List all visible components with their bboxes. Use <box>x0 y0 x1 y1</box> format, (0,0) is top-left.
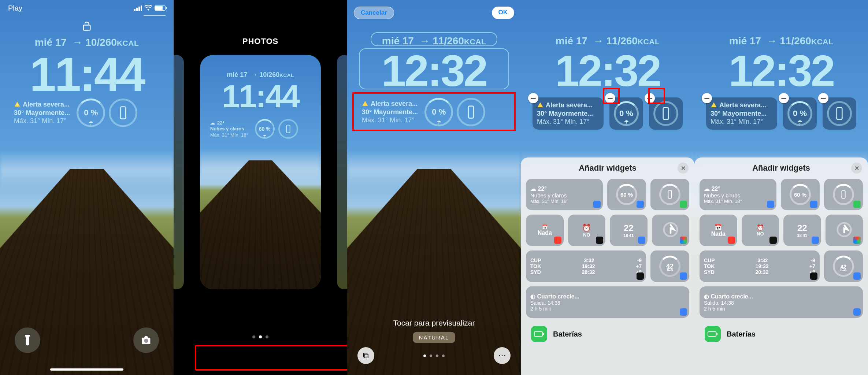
alert-icon <box>537 102 544 108</box>
svg-rect-8 <box>543 333 544 335</box>
add-widgets-sheet: Añadir widgets ✕ ☁ 22° Nubes y claros Má… <box>694 157 868 375</box>
rain-chip[interactable]: 0 %☂ <box>609 97 643 130</box>
close-sheet-button[interactable]: ✕ <box>851 163 862 174</box>
battery-chip[interactable] <box>823 97 856 130</box>
photo-shuffle-button[interactable]: ⧉ <box>357 347 374 364</box>
suggest-activity[interactable] <box>652 215 690 246</box>
umbrella-icon: ☂ <box>89 120 93 126</box>
wallpaper-gallery-panel: PHOTOS mié 17 → 10/260KCAL 11:44 ☁ 22° N… <box>174 0 347 375</box>
preview-widgets: ☁ 22° Nubes y claros Máx. 31° Mín. 18° 6… <box>203 115 318 143</box>
suggest-calendar[interactable]: 📅 Nada <box>526 215 564 246</box>
more-button[interactable]: ⋯ <box>494 347 511 364</box>
gallery-page-dots <box>252 335 268 338</box>
weather-chip[interactable]: Alerta severa... 30° Mayormente... Máx. … <box>533 97 604 130</box>
suggest-aqi[interactable]: 42ICA <box>824 250 863 282</box>
svg-point-1 <box>144 339 148 343</box>
battery-chip[interactable] <box>649 97 683 130</box>
remove-battery[interactable] <box>645 93 655 103</box>
suggest-alarm[interactable]: ⏰ NO <box>568 215 606 246</box>
kcal-value: 10/260 <box>85 37 117 48</box>
wifi-icon <box>144 5 152 11</box>
remove-weather[interactable] <box>528 93 538 103</box>
status-underline <box>144 15 166 16</box>
ok-button[interactable]: OK <box>492 7 515 19</box>
svg-rect-2 <box>286 125 290 133</box>
suggest-moon[interactable]: ◐ Cuarto crecie... Salida: 14:38 2 h 5 m… <box>526 286 689 318</box>
gallery-preview[interactable]: mié 17 → 10/260KCAL 11:44 ☁ 22° Nubes y … <box>200 55 321 289</box>
widget-strip[interactable]: Alerta severa... 30° Mayormente... Máx. … <box>355 94 513 130</box>
edit-page-dots <box>423 354 445 357</box>
app-batteries-row[interactable]: Baterías <box>526 322 689 346</box>
edit-bottombar: ⧉ ⋯ <box>347 347 521 364</box>
suggest-worldclock[interactable]: CUP3:32-9 TOK19:32+7 SYD20:32+8 <box>526 250 646 282</box>
batteries-label: Baterías <box>553 330 582 338</box>
carrier-label: Play <box>8 4 22 12</box>
suggest-rain[interactable]: 60 % <box>607 179 646 210</box>
gallery-prev[interactable] <box>174 55 184 289</box>
phone-icon <box>119 106 127 120</box>
suggest-weather[interactable]: ☁ 22° Nubes y claros Máx. 31° Mín. 18° <box>700 179 776 210</box>
weather-line: 30° Mayormente... <box>14 109 70 117</box>
svg-rect-7 <box>534 331 542 336</box>
remove-battery[interactable] <box>818 93 828 103</box>
rain-widget[interactable]: 0 % ☂ <box>77 98 105 127</box>
clock-time: 12:32 <box>521 45 694 96</box>
app-batteries-row[interactable]: Baterías <box>700 322 863 346</box>
clock-time: 11:44 <box>0 47 174 102</box>
suggest-moon[interactable]: ◐ Cuarto crecie... Salida: 14:38 2 h 5 m… <box>700 286 863 318</box>
remove-rain[interactable] <box>605 93 615 103</box>
camera-icon <box>140 334 152 346</box>
svg-rect-10 <box>842 191 845 198</box>
filter-label[interactable]: NATURAL <box>413 332 455 343</box>
alert-icon <box>362 100 368 107</box>
svg-rect-4 <box>663 108 669 120</box>
unlock-icon <box>0 21 174 33</box>
widget-suggestions: ☁ 22° Nubes y claros Máx. 31° Mín. 18° 6… <box>521 179 694 346</box>
gallery-next[interactable] <box>337 55 347 289</box>
suggest-battery[interactable] <box>650 179 689 210</box>
status-right <box>134 5 166 11</box>
preview-clock: 11:44 <box>200 78 321 115</box>
suggest-worldclock[interactable]: CUP3:32-9 TOK19:32+7 SYD20:32+8 <box>700 250 820 282</box>
suggest-rain[interactable]: 60 % <box>781 179 820 210</box>
suggest-weather-temp[interactable]: 2218 41 <box>610 215 648 246</box>
widget-strip-edit: Alerta severa... 30° Mayormente... Máx. … <box>528 94 687 133</box>
add-widgets-sheet: Añadir widgets ✕ ☁ 22° Nubes y claros Má… <box>521 157 694 375</box>
sheet-title: Añadir widgets <box>579 163 637 173</box>
home-indicator[interactable] <box>50 368 123 371</box>
battery-icon <box>155 5 166 11</box>
camera-button[interactable] <box>133 327 159 353</box>
close-sheet-button[interactable]: ✕ <box>678 163 689 174</box>
edit-topbar: Cancelar OK <box>347 7 521 19</box>
svg-rect-5 <box>668 191 671 198</box>
cancel-button[interactable]: Cancelar <box>354 7 394 19</box>
lockscreen-edit-panel: Cancelar OK mié 17 → 11/260KCAL 12:32 Al… <box>347 0 521 375</box>
suggest-weather-temp[interactable]: 2218 41 <box>783 215 821 246</box>
gallery-category: PHOTOS <box>174 37 347 46</box>
weather-widget[interactable]: Alerta severa... 30° Mayormente... Máx. … <box>11 98 73 127</box>
suggest-alarm[interactable]: ⏰NO <box>742 215 779 246</box>
remove-rain[interactable] <box>779 93 789 103</box>
personalize-button[interactable]: Personalizar <box>204 348 295 368</box>
add-wallpaper-button[interactable]: + <box>314 348 334 368</box>
kcal-unit: KCAL <box>117 39 139 47</box>
svg-rect-12 <box>708 331 716 336</box>
date-label: mié 17 <box>35 37 67 48</box>
suggest-weather[interactable]: ☁ 22° Nubes y claros Máx. 31° Mín. 18° <box>526 179 603 210</box>
battery-widget[interactable] <box>109 98 137 127</box>
sheet-title: Añadir widgets <box>752 163 810 173</box>
widget-edit-panel-highlighted: mié 17 → 11/260KCAL 12:32 Alerta severa.… <box>521 0 694 375</box>
signal-icon <box>134 5 142 11</box>
svg-rect-0 <box>120 107 126 119</box>
clock-time: 12:32 <box>347 45 521 96</box>
suggest-activity[interactable] <box>826 215 863 246</box>
weather-chip[interactable]: Alerta severa... 30° Mayormente... Máx. … <box>706 97 777 130</box>
widget-edit-panel: mié 17 → 11/260KCAL 12:32 Alerta severa.… <box>694 0 868 375</box>
flashlight-button[interactable] <box>15 327 40 353</box>
rain-chip[interactable]: 0 %☂ <box>783 97 817 130</box>
remove-weather[interactable] <box>702 93 712 103</box>
suggest-battery[interactable] <box>824 179 863 210</box>
alert-text: Alerta severa... <box>23 100 70 109</box>
suggest-aqi[interactable]: 42 ICA <box>650 250 689 282</box>
suggest-calendar[interactable]: 📅Nada <box>700 215 737 246</box>
